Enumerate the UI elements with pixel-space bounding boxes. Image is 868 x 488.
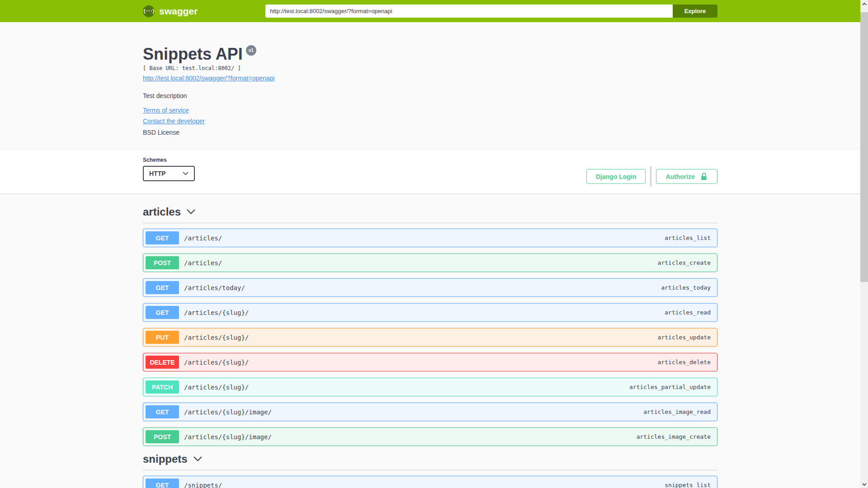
operation-id: articles_update	[658, 334, 711, 341]
api-title-text: Snippets API	[143, 46, 243, 62]
method-badge: POST	[146, 430, 179, 443]
operation-row[interactable]: PATCH /articles/{slug}/ articles_partial…	[143, 378, 717, 396]
auth-wrapper: Django Login Authorize	[586, 166, 717, 187]
operation-row[interactable]: GET /articles/{slug}/image/ articles_ima…	[143, 403, 717, 421]
section-operations: GET /snippets/ snippets_list	[143, 470, 717, 488]
version-badge: v1	[246, 45, 256, 56]
operation-id: articles_today	[661, 284, 711, 291]
operations-section: articles GET /articles/ articles_list PO…	[0, 193, 860, 488]
tag-header-articles[interactable]: articles	[143, 205, 717, 223]
api-description: Test description	[143, 92, 717, 99]
base-url: [ Base URL: test.local:8002/ ]	[143, 65, 717, 71]
scrollbar-up-arrow-icon[interactable]	[860, 0, 868, 8]
vertical-scrollbar[interactable]	[860, 0, 868, 488]
chevron-down-icon	[183, 172, 189, 175]
chevron-down-icon	[186, 209, 196, 215]
section-operations: GET /articles/ articles_list POST /artic…	[143, 223, 717, 446]
operation-id: snippets_list	[665, 482, 711, 488]
operation-row[interactable]: GET /articles/ articles_list	[143, 229, 717, 247]
method-badge: GET	[146, 231, 179, 244]
method-badge: GET	[146, 405, 179, 418]
operation-path: /articles/{slug}/	[184, 384, 249, 391]
operation-id: articles_read	[665, 309, 711, 316]
chevron-down-icon	[193, 456, 203, 462]
operation-id: articles_list	[665, 235, 711, 241]
scrollbar-thumb[interactable]	[860, 12, 868, 282]
auth-divider	[650, 166, 651, 187]
operation-row[interactable]: PUT /articles/{slug}/ articles_update	[143, 328, 717, 347]
swagger-logo[interactable]: {···} swagger	[143, 5, 198, 17]
django-login-label: Django Login	[596, 173, 636, 180]
operation-row[interactable]: GET /articles/{slug}/ articles_read	[143, 303, 717, 322]
scheme-selected-value: HTTP	[149, 170, 166, 177]
operations-area: articles GET /articles/ articles_list PO…	[143, 205, 717, 488]
operation-row[interactable]: POST /articles/{slug}/image/ articles_im…	[143, 427, 717, 446]
tag-section: articles GET /articles/ articles_list PO…	[143, 205, 717, 446]
section-title: articles	[143, 205, 181, 218]
method-badge: POST	[146, 256, 179, 269]
operation-path: /articles/	[184, 259, 222, 267]
method-badge: GET	[146, 306, 179, 319]
operation-row[interactable]: GET /snippets/ snippets_list	[143, 476, 717, 488]
scrollbar-down-arrow-icon[interactable]	[860, 480, 868, 488]
operation-row[interactable]: DELETE /articles/{slug}/ articles_delete	[143, 353, 717, 371]
operation-path: /articles/{slug}/image/	[184, 433, 272, 441]
method-badge: PUT	[146, 331, 179, 344]
authorize-button[interactable]: Authorize	[656, 169, 717, 184]
unlocked-padlock-icon	[700, 172, 708, 181]
section-title: snippets	[143, 452, 188, 465]
operation-path: /articles/{slug}/	[184, 309, 249, 316]
django-login-button[interactable]: Django Login	[586, 169, 646, 184]
spec-url-input[interactable]	[265, 5, 673, 18]
tag-header-snippets[interactable]: snippets	[143, 452, 717, 470]
schemes-group: Schemes HTTP	[143, 157, 195, 181]
operation-path: /articles/{slug}/	[184, 334, 249, 341]
operation-id: articles_image_read	[643, 408, 711, 415]
swagger-ui-app: {···} swagger Explore Snippets API v1 [ …	[0, 0, 868, 488]
contact-developer-link[interactable]: Contact the developer	[143, 117, 205, 125]
operation-path: /articles/{slug}/	[184, 359, 249, 366]
operation-path: /snippets/	[184, 482, 222, 488]
schemes-label: Schemes	[143, 157, 195, 163]
scheme-select[interactable]: HTTP	[143, 166, 195, 181]
operation-path: /articles/{slug}/image/	[184, 408, 272, 416]
tag-section: snippets GET /snippets/ snippets_list	[143, 452, 717, 488]
method-badge: DELETE	[146, 356, 179, 369]
license-text: BSD License	[143, 129, 717, 136]
operation-id: articles_image_create	[637, 433, 711, 440]
swagger-logo-icon: {···}	[143, 5, 155, 17]
swagger-logo-text: swagger	[159, 6, 198, 17]
operation-id: articles_create	[658, 259, 711, 266]
operation-id: articles_delete	[658, 359, 711, 366]
terms-of-service-link[interactable]: Terms of service	[143, 107, 189, 114]
page-title: Snippets API v1	[143, 46, 717, 62]
explore-button[interactable]: Explore	[673, 5, 717, 18]
operation-row[interactable]: POST /articles/ articles_create	[143, 253, 717, 272]
method-badge: PATCH	[146, 380, 179, 394]
method-badge: GET	[146, 281, 179, 294]
scheme-section: Schemes HTTP Django Login Authorize	[0, 149, 860, 193]
authorize-label: Authorize	[665, 173, 695, 180]
operation-row[interactable]: GET /articles/today/ articles_today	[143, 278, 717, 297]
operation-path: /articles/	[184, 235, 222, 242]
spec-link[interactable]: http://test.local:8002/swagger/?format=o…	[143, 75, 274, 82]
topbar: {···} swagger Explore	[0, 0, 860, 22]
operation-path: /articles/today/	[184, 284, 245, 291]
info-section: Snippets API v1 [ Base URL: test.local:8…	[0, 22, 860, 149]
download-url-form: Explore	[265, 5, 717, 18]
method-badge: GET	[146, 479, 179, 488]
operation-id: articles_partial_update	[629, 384, 711, 390]
